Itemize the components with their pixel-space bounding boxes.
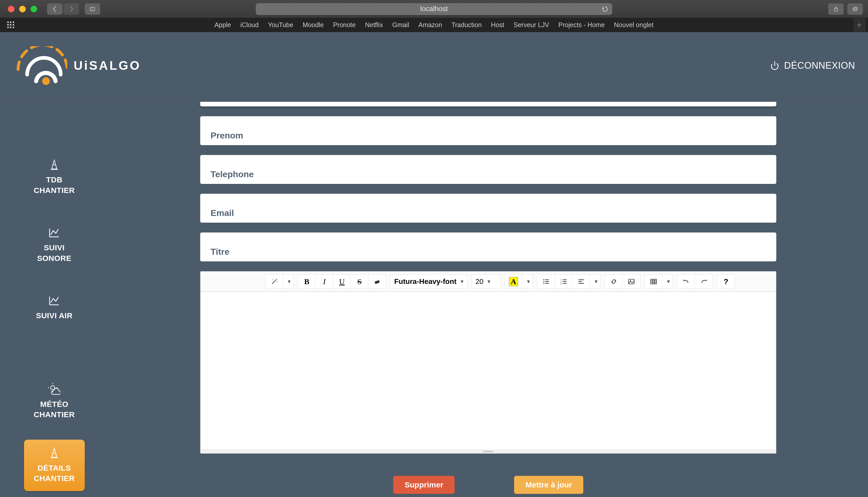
svg-line-19	[272, 280, 276, 284]
editor-table-button[interactable]	[645, 274, 663, 288]
link-icon	[610, 278, 618, 285]
editor-font-family-select[interactable]: Futura-Heavy-font	[390, 274, 467, 288]
editor-font-family-value: Futura-Heavy-font	[394, 278, 456, 286]
nav-item-suivi-air[interactable]: SUIVI AIR	[24, 295, 85, 321]
window-minimize-button[interactable]	[19, 6, 26, 12]
favorites-links: Apple iCloud YouTube Moodle Pronote Netf…	[214, 21, 653, 29]
editor-align-dropdown[interactable]	[590, 274, 600, 288]
nav-item-suivi-sonore[interactable]: SUIVI SONORE	[24, 227, 85, 264]
favorite-link[interactable]: Moodle	[302, 21, 324, 29]
editor-undo-button[interactable]	[677, 274, 695, 288]
logo-icon	[13, 46, 67, 85]
favorite-link[interactable]: Host	[491, 21, 504, 29]
app-logo[interactable]: UiSALGO	[13, 46, 141, 85]
power-icon	[770, 61, 779, 70]
favorite-link[interactable]: Amazon	[418, 21, 442, 29]
vertical-nav: TDB CHANTIER SUIVI SONORE	[0, 99, 109, 497]
logout-label: DÉCONNEXION	[784, 60, 855, 71]
browser-sidebar-button[interactable]	[85, 3, 100, 15]
table-icon	[650, 278, 657, 285]
field-telephone[interactable]: Telephone	[200, 155, 776, 184]
nav-item-label: CHANTIER	[34, 409, 75, 420]
svg-point-25	[543, 281, 544, 282]
favorite-link[interactable]: Pronote	[333, 21, 356, 29]
nav-item-label: TDB	[34, 175, 75, 185]
delete-button[interactable]: Supprimer	[393, 476, 455, 494]
editor-magic-button[interactable]	[266, 274, 283, 288]
favorite-link[interactable]: Projects - Home	[558, 21, 605, 29]
partial-field-above	[200, 102, 776, 106]
editor-text-color-dropdown[interactable]	[522, 274, 533, 288]
rich-text-editor: B I U S Futura-Heavy-font	[200, 271, 776, 454]
browser-tabs-button[interactable]	[847, 3, 863, 15]
nav-item-details-chantier[interactable]: DÉTAILS CHANTIER	[24, 440, 85, 491]
list-ol-icon: 123	[560, 278, 568, 285]
svg-rect-3	[853, 8, 856, 11]
weather-icon	[48, 383, 60, 396]
svg-rect-0	[90, 7, 95, 11]
editor-magic-dropdown[interactable]	[283, 274, 294, 288]
field-label: Prenom	[211, 130, 243, 141]
logo-text: UiSALGO	[74, 58, 141, 73]
favorite-link[interactable]: Gmail	[392, 21, 409, 29]
editor-italic-button[interactable]: I	[316, 274, 333, 288]
favorite-link[interactable]: Serveur LJV	[514, 21, 549, 29]
editor-redo-button[interactable]	[695, 274, 712, 288]
undo-icon	[682, 278, 690, 285]
favorite-link[interactable]: Apple	[214, 21, 231, 29]
window-zoom-button[interactable]	[30, 6, 37, 12]
nav-item-label: DÉTAILS	[34, 463, 75, 473]
editor-bold-button[interactable]: B	[298, 274, 316, 288]
svg-rect-41	[651, 279, 656, 284]
editor-image-button[interactable]	[623, 274, 640, 288]
editor-help-button[interactable]: ?	[717, 274, 735, 288]
browser-toolbar: localhost	[0, 0, 868, 18]
text-color-icon: A	[509, 277, 518, 286]
window-close-button[interactable]	[8, 6, 14, 12]
browser-forward-button[interactable]	[63, 3, 79, 15]
favorite-link[interactable]: Traduction	[451, 21, 482, 29]
editor-body[interactable]	[201, 292, 776, 450]
editor-table-dropdown[interactable]	[663, 274, 673, 288]
favorite-link[interactable]: Netflix	[365, 21, 383, 29]
editor-text-color-button[interactable]: A	[505, 274, 522, 288]
editor-underline-button[interactable]: U	[333, 274, 351, 288]
favorites-grid-button[interactable]	[7, 22, 14, 29]
browser-back-button[interactable]	[47, 3, 62, 15]
editor-link-button[interactable]	[605, 274, 623, 288]
nav-item-label: SUIVI AIR	[36, 311, 73, 321]
image-icon	[627, 278, 635, 285]
chart-icon	[48, 227, 60, 239]
favorite-link[interactable]: Nouvel onglet	[614, 21, 654, 29]
favorite-link[interactable]: YouTube	[268, 21, 293, 29]
editor-resize-handle[interactable]	[201, 450, 776, 453]
editor-strike-button[interactable]: S	[351, 274, 368, 288]
field-titre[interactable]: Titre	[200, 232, 776, 261]
list-ul-icon	[542, 278, 550, 285]
browser-share-button[interactable]	[828, 3, 844, 15]
nav-item-tdb-chantier[interactable]: TDB CHANTIER	[24, 159, 85, 196]
favorite-link[interactable]: iCloud	[240, 21, 259, 29]
window-controls	[8, 6, 37, 12]
editor-toolbar: B I U S Futura-Heavy-font	[201, 272, 776, 292]
field-label: Email	[211, 208, 234, 218]
svg-point-20	[276, 279, 277, 280]
editor-align-button[interactable]	[572, 274, 590, 288]
browser-url-bar[interactable]: localhost	[256, 3, 612, 15]
update-button[interactable]: Mettre à jour	[514, 476, 583, 494]
editor-font-size-select[interactable]: 20	[472, 274, 500, 288]
svg-rect-23	[374, 280, 380, 284]
favorites-add-button[interactable]: +	[853, 18, 865, 32]
nav-item-label: SUIVI	[37, 243, 71, 253]
nav-item-label: CHANTIER	[34, 473, 75, 484]
logout-button[interactable]: DÉCONNEXION	[770, 60, 855, 71]
nav-item-meteo-chantier[interactable]: MÉTÉO CHANTIER	[24, 383, 85, 420]
field-email[interactable]: Email	[200, 194, 776, 223]
editor-ul-button[interactable]	[537, 274, 555, 288]
editor-erase-button[interactable]	[368, 274, 386, 288]
field-prenom[interactable]: Prenom	[200, 116, 776, 145]
editor-ol-button[interactable]: 123	[555, 274, 572, 288]
redo-icon	[700, 278, 708, 285]
browser-refresh-button[interactable]	[601, 5, 609, 13]
browser-url-text: localhost	[420, 5, 448, 13]
